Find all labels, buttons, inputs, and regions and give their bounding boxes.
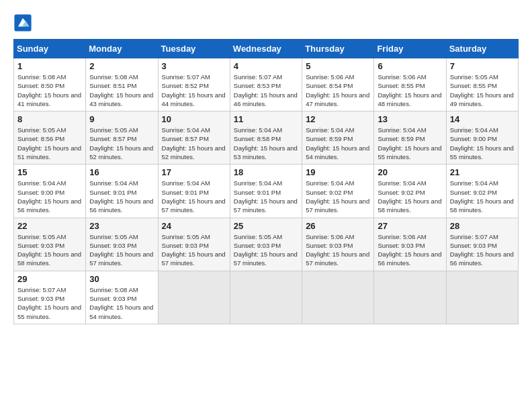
day-number: 22 [17,221,82,231]
calendar-cell: 19Sunrise: 5:04 AMSunset: 9:02 PMDayligh… [302,165,374,218]
calendar-cell: 21Sunrise: 5:04 AMSunset: 9:02 PMDayligh… [446,165,518,218]
day-info: Sunrise: 5:05 AMSunset: 8:57 PMDaylight:… [89,126,154,161]
calendar-cell: 27Sunrise: 5:06 AMSunset: 9:03 PMDayligh… [374,218,446,271]
calendar-cell: 12Sunrise: 5:04 AMSunset: 8:59 PMDayligh… [302,111,374,165]
day-info: Sunrise: 5:05 AMSunset: 9:03 PMDaylight:… [17,232,82,268]
day-number: 3 [162,61,226,71]
day-number: 14 [450,114,515,124]
day-number: 12 [306,114,370,124]
day-info: Sunrise: 5:04 AMSunset: 8:59 PMDaylight:… [378,126,442,161]
calendar-cell: 2Sunrise: 5:08 AMSunset: 8:51 PMDaylight… [86,58,158,111]
calendar-cell: 1Sunrise: 5:08 AMSunset: 8:50 PMDaylight… [14,58,86,111]
day-number: 25 [234,221,298,231]
calendar-cell: 7Sunrise: 5:05 AMSunset: 8:55 PMDaylight… [446,58,518,111]
day-info: Sunrise: 5:04 AMSunset: 9:01 PMDaylight:… [89,179,154,214]
day-info: Sunrise: 5:06 AMSunset: 9:03 PMDaylight:… [306,232,370,268]
logo-icon [13,13,32,32]
calendar-cell: 26Sunrise: 5:06 AMSunset: 9:03 PMDayligh… [302,218,374,271]
calendar-cell: 15Sunrise: 5:04 AMSunset: 9:00 PMDayligh… [14,165,86,218]
day-info: Sunrise: 5:05 AMSunset: 9:03 PMDaylight:… [89,232,154,268]
day-info: Sunrise: 5:04 AMSunset: 9:01 PMDaylight:… [162,179,226,214]
calendar-cell [230,271,302,324]
day-of-week-thursday: Thursday [302,40,374,58]
day-info: Sunrise: 5:06 AMSunset: 9:03 PMDaylight:… [378,232,442,268]
day-info: Sunrise: 5:04 AMSunset: 9:00 PMDaylight:… [17,179,82,214]
day-number: 21 [450,167,515,177]
day-number: 19 [306,167,370,177]
day-number: 18 [234,167,298,177]
calendar-cell: 22Sunrise: 5:05 AMSunset: 9:03 PMDayligh… [14,218,86,271]
day-of-week-wednesday: Wednesday [230,40,302,58]
calendar-cell: 4Sunrise: 5:07 AMSunset: 8:53 PMDaylight… [230,58,302,111]
day-number: 23 [89,221,154,231]
day-info: Sunrise: 5:07 AMSunset: 8:53 PMDaylight:… [234,73,298,108]
day-number: 29 [17,274,82,284]
day-number: 27 [378,221,442,231]
calendar-cell: 30Sunrise: 5:08 AMSunset: 9:03 PMDayligh… [86,271,158,324]
day-number: 15 [17,167,82,177]
calendar-cell [158,271,230,324]
calendar-cell: 3Sunrise: 5:07 AMSunset: 8:52 PMDaylight… [158,58,230,111]
calendar-cell [374,271,446,324]
day-info: Sunrise: 5:07 AMSunset: 9:03 PMDaylight:… [17,285,82,321]
day-number: 13 [378,114,442,124]
day-of-week-tuesday: Tuesday [158,40,230,58]
day-info: Sunrise: 5:05 AMSunset: 9:03 PMDaylight:… [162,232,226,268]
day-info: Sunrise: 5:05 AMSunset: 8:56 PMDaylight:… [17,126,82,161]
day-number: 9 [89,114,154,124]
day-number: 5 [306,61,370,71]
day-info: Sunrise: 5:04 AMSunset: 9:00 PMDaylight:… [450,126,515,161]
day-info: Sunrise: 5:05 AMSunset: 8:55 PMDaylight:… [450,73,515,108]
day-info: Sunrise: 5:07 AMSunset: 9:03 PMDaylight:… [450,232,515,268]
day-info: Sunrise: 5:05 AMSunset: 9:03 PMDaylight:… [234,232,298,268]
day-info: Sunrise: 5:04 AMSunset: 9:02 PMDaylight:… [450,179,515,214]
day-number: 11 [234,114,298,124]
day-number: 17 [162,167,226,177]
day-of-week-friday: Friday [374,40,446,58]
calendar-cell: 10Sunrise: 5:04 AMSunset: 8:57 PMDayligh… [158,111,230,165]
calendar-cell: 17Sunrise: 5:04 AMSunset: 9:01 PMDayligh… [158,165,230,218]
day-number: 7 [450,61,515,71]
day-number: 24 [162,221,226,231]
calendar-cell: 18Sunrise: 5:04 AMSunset: 9:01 PMDayligh… [230,165,302,218]
logo [13,13,35,32]
calendar-cell [302,271,374,324]
day-of-week-sunday: Sunday [14,40,86,58]
calendar-cell: 11Sunrise: 5:04 AMSunset: 8:58 PMDayligh… [230,111,302,165]
day-number: 4 [234,61,298,71]
calendar-cell: 5Sunrise: 5:06 AMSunset: 8:54 PMDaylight… [302,58,374,111]
header [13,13,519,32]
day-info: Sunrise: 5:08 AMSunset: 9:03 PMDaylight:… [89,285,154,321]
day-info: Sunrise: 5:08 AMSunset: 8:50 PMDaylight:… [17,73,82,108]
calendar: SundayMondayTuesdayWednesdayThursdayFrid… [13,39,519,324]
day-info: Sunrise: 5:08 AMSunset: 8:51 PMDaylight:… [89,73,154,108]
calendar-cell: 29Sunrise: 5:07 AMSunset: 9:03 PMDayligh… [14,271,86,324]
calendar-cell: 25Sunrise: 5:05 AMSunset: 9:03 PMDayligh… [230,218,302,271]
day-of-week-saturday: Saturday [446,40,518,58]
day-info: Sunrise: 5:04 AMSunset: 8:58 PMDaylight:… [234,126,298,161]
day-info: Sunrise: 5:04 AMSunset: 9:02 PMDaylight:… [306,179,370,214]
day-info: Sunrise: 5:07 AMSunset: 8:52 PMDaylight:… [162,73,226,108]
day-of-week-monday: Monday [86,40,158,58]
day-info: Sunrise: 5:06 AMSunset: 8:54 PMDaylight:… [306,73,370,108]
day-info: Sunrise: 5:04 AMSunset: 9:01 PMDaylight:… [234,179,298,214]
day-info: Sunrise: 5:04 AMSunset: 9:02 PMDaylight:… [378,179,442,214]
day-info: Sunrise: 5:04 AMSunset: 8:57 PMDaylight:… [162,126,226,161]
day-number: 26 [306,221,370,231]
day-number: 20 [378,167,442,177]
day-info: Sunrise: 5:06 AMSunset: 8:55 PMDaylight:… [378,73,442,108]
calendar-cell: 14Sunrise: 5:04 AMSunset: 9:00 PMDayligh… [446,111,518,165]
calendar-cell: 9Sunrise: 5:05 AMSunset: 8:57 PMDaylight… [86,111,158,165]
calendar-cell: 24Sunrise: 5:05 AMSunset: 9:03 PMDayligh… [158,218,230,271]
calendar-cell: 28Sunrise: 5:07 AMSunset: 9:03 PMDayligh… [446,218,518,271]
day-number: 8 [17,114,82,124]
day-number: 30 [89,274,154,284]
calendar-cell: 13Sunrise: 5:04 AMSunset: 8:59 PMDayligh… [374,111,446,165]
calendar-cell: 23Sunrise: 5:05 AMSunset: 9:03 PMDayligh… [86,218,158,271]
day-number: 10 [162,114,226,124]
day-info: Sunrise: 5:04 AMSunset: 8:59 PMDaylight:… [306,126,370,161]
calendar-cell [446,271,518,324]
day-number: 28 [450,221,515,231]
day-number: 1 [17,61,82,71]
day-number: 6 [378,61,442,71]
